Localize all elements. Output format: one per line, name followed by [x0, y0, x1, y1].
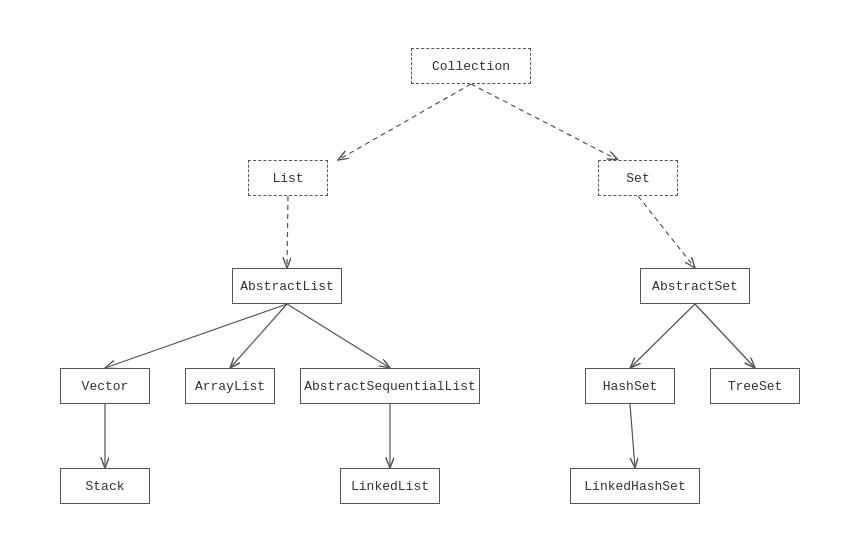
- node-treeset: TreeSet: [710, 368, 800, 404]
- node-abstractset: AbstractSet: [640, 268, 750, 304]
- line-list-abstractlist: [287, 196, 288, 268]
- line-abstractlist-vector: [105, 304, 287, 368]
- line-collection-list: [338, 84, 471, 160]
- line-collection-set: [471, 84, 618, 160]
- line-abstractlist-abstractsequentiallist: [287, 304, 390, 368]
- node-abstractsequentiallist: AbstractSequentialList: [300, 368, 480, 404]
- node-arraylist: ArrayList: [185, 368, 275, 404]
- diagram: Collection List Set AbstractList Abstrac…: [0, 0, 852, 543]
- node-linkedhashset: LinkedHashSet: [570, 468, 700, 504]
- node-hashset: HashSet: [585, 368, 675, 404]
- line-abstractset-treeset: [695, 304, 755, 368]
- line-hashset-linkedhashset: [630, 404, 635, 468]
- line-abstractset-hashset: [630, 304, 695, 368]
- node-linkedlist: LinkedList: [340, 468, 440, 504]
- line-abstractlist-arraylist: [230, 304, 287, 368]
- node-collection: Collection: [411, 48, 531, 84]
- node-stack: Stack: [60, 468, 150, 504]
- node-vector: Vector: [60, 368, 150, 404]
- node-abstractlist: AbstractList: [232, 268, 342, 304]
- node-set: Set: [598, 160, 678, 196]
- node-list: List: [248, 160, 328, 196]
- line-set-abstractset: [638, 196, 695, 268]
